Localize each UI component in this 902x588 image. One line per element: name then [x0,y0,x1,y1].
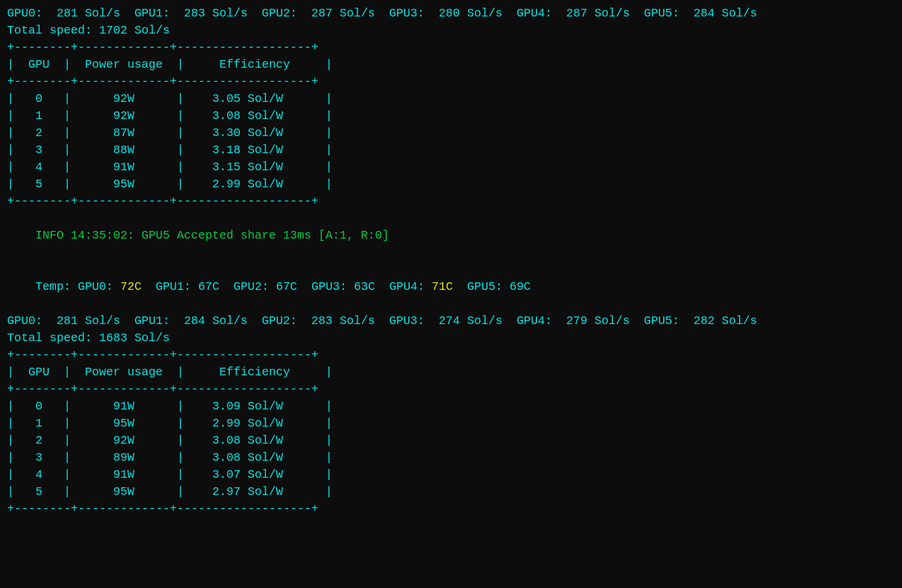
temp-sep-4: GPU5: [453,280,509,293]
total-speed-2: Total speed: 1683 Sol/s [7,329,895,346]
table-sep-top-1: +--------+-------------+----------------… [7,39,895,56]
temp-sep-2: GPU3: [297,280,354,293]
temp-gpu5: 69C [509,280,531,293]
temp-gpu4: 71C [432,280,453,293]
temp-line: Temp: GPU0: 72C GPU1: 67C GPU2: 67C GPU3… [7,261,895,312]
table-header-1: | GPU | Power usage | Efficiency | [7,56,895,73]
terminal-output: GPU0: 281 Sol/s GPU1: 283 Sol/s GPU2: 28… [7,5,895,517]
table-row-2-0: | 0 | 91W | 3.09 Sol/W | [7,398,895,415]
table-sep-bot-1: +--------+-------------+----------------… [7,193,895,210]
total-speed-1: Total speed: 1702 Sol/s [7,22,895,39]
temp-gpu2: 67C [276,280,297,293]
table-row-1-3: | 3 | 88W | 3.18 Sol/W | [7,141,895,158]
table-row-1-4: | 4 | 91W | 3.15 Sol/W | [7,158,895,176]
table-row-1-5: | 5 | 95W | 2.99 Sol/W | [7,176,895,193]
temp-sep-0: GPU1: [141,280,198,293]
gpu-speeds-line-2: GPU0: 281 Sol/s GPU1: 284 Sol/s GPU2: 28… [7,312,895,329]
info-line: INFO 14:35:02: GPU5 Accepted share 13ms … [7,210,895,261]
gpu-speeds-line-1: GPU0: 281 Sol/s GPU1: 283 Sol/s GPU2: 28… [7,5,895,22]
temp-gpu3: 63C [354,280,375,293]
table-row-2-2: | 2 | 92W | 3.08 Sol/W | [7,432,895,449]
table-sep-mid-2: +--------+-------------+----------------… [7,381,895,398]
temp-sep-1: GPU2: [219,280,276,293]
table-sep-top-2: +--------+-------------+----------------… [7,346,895,364]
temp-gpu1: 67C [198,280,219,293]
temp-prefix: Temp: GPU0: [35,280,120,293]
table-row-1-2: | 2 | 87W | 3.30 Sol/W | [7,124,895,141]
table-row-2-3: | 3 | 89W | 3.08 Sol/W | [7,449,895,466]
table-row-2-5: | 5 | 95W | 2.97 Sol/W | [7,483,895,500]
table-header-2: | GPU | Power usage | Efficiency | [7,364,895,381]
table-sep-bot-2: +--------+-------------+----------------… [7,500,895,517]
temp-sep-3: GPU4: [375,280,432,293]
table-sep-mid-1: +--------+-------------+----------------… [7,73,895,90]
table-row-2-1: | 1 | 95W | 2.99 Sol/W | [7,415,895,432]
table-row-1-1: | 1 | 92W | 3.08 Sol/W | [7,107,895,124]
temp-gpu0: 72C [120,280,141,293]
info-text: INFO 14:35:02: GPU5 Accepted share 13ms … [35,229,389,242]
table-row-1-0: | 0 | 92W | 3.05 Sol/W | [7,90,895,107]
table-row-2-4: | 4 | 91W | 3.07 Sol/W | [7,466,895,483]
